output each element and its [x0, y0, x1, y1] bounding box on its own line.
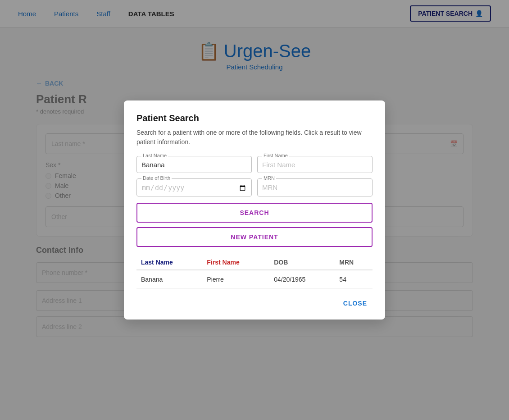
- search-button[interactable]: SEARCH: [136, 203, 373, 223]
- col-dob-header: DOB: [269, 255, 335, 270]
- last-name-search-input[interactable]: [141, 159, 247, 169]
- table-cell-dob: 04/20/1965: [269, 270, 335, 289]
- modal-overlay: Patient Search Search for a patient with…: [0, 0, 509, 420]
- first-name-field-label: First Name: [262, 153, 289, 158]
- mrn-field-label: MRN: [262, 175, 276, 181]
- first-name-search-input[interactable]: [262, 159, 368, 169]
- dob-field-label: Date of Birth: [141, 175, 172, 181]
- table-cell-mrn: 54: [335, 270, 373, 289]
- col-first-name-header: First Name: [202, 255, 269, 270]
- mrn-search-input[interactable]: [262, 182, 368, 191]
- modal-description: Search for a patient with one or more of…: [136, 128, 373, 147]
- close-button[interactable]: CLOSE: [338, 296, 373, 310]
- col-last-name-header: Last Name: [136, 255, 202, 270]
- patient-search-modal: Patient Search Search for a patient with…: [124, 100, 385, 320]
- mrn-field-group: MRN: [257, 178, 373, 196]
- new-patient-button[interactable]: NEW PATIENT: [136, 227, 373, 247]
- table-cell-first_name: Pierre: [202, 270, 269, 289]
- search-fields-container: Last Name First Name Date of Birth MRN: [136, 156, 373, 196]
- dob-field-group: Date of Birth: [136, 178, 252, 196]
- results-table-body: BananaPierre04/20/196554: [136, 270, 373, 289]
- results-table-header: Last Name First Name DOB MRN: [136, 255, 373, 270]
- last-name-field-group: Last Name: [136, 156, 252, 173]
- last-name-field-label: Last Name: [141, 153, 168, 158]
- modal-title: Patient Search: [136, 113, 373, 123]
- dob-search-input[interactable]: [141, 182, 247, 192]
- table-row[interactable]: BananaPierre04/20/196554: [136, 270, 373, 289]
- modal-footer: CLOSE: [136, 296, 373, 310]
- results-table: Last Name First Name DOB MRN BananaPierr…: [136, 255, 373, 289]
- table-cell-last_name: Banana: [136, 270, 202, 289]
- col-mrn-header: MRN: [335, 255, 373, 270]
- first-name-field-group: First Name: [257, 156, 373, 173]
